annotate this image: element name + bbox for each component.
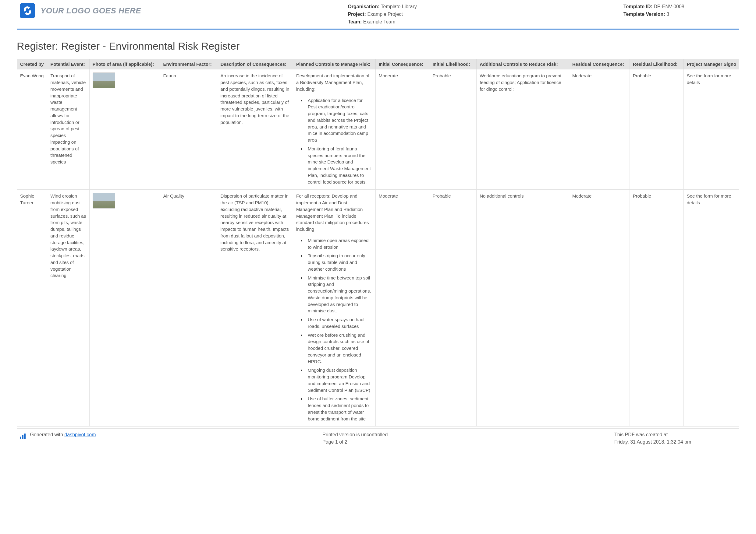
cell-residual-likelihood: Probable [630, 69, 684, 190]
cell-residual-likelihood: Probable [630, 190, 684, 426]
planned-list: Minimise open areas exposed to wind eros… [296, 236, 372, 422]
project-label: Project: [348, 12, 366, 17]
planned-list-item: Wet ore before crushing and design contr… [306, 331, 372, 365]
planned-list-item: Use of buffer zones, sediment fences and… [306, 394, 372, 422]
cell-residual-consequence: Moderate [569, 69, 630, 190]
template-version-label: Template Version: [623, 12, 665, 17]
col-initial-likelihood: Initial Likelihood: [429, 59, 476, 69]
col-initial-consequence: Initial Consequence: [375, 59, 429, 69]
logo-icon [20, 3, 35, 18]
col-description: Description of Consequences: [217, 59, 293, 69]
header-separator [17, 29, 739, 30]
photo-thumbnail [93, 72, 115, 88]
col-env-factor: Environmental Factor: [160, 59, 217, 69]
footer-right: This PDF was created at Friday, 31 Augus… [614, 431, 736, 446]
page-number: Page 1 of 2 [322, 438, 388, 446]
photo-thumbnail [93, 193, 115, 209]
meta-right: Template ID: DP-ENV-0008 Template Versio… [623, 3, 736, 18]
col-potential-event: Potential Event: [47, 59, 89, 69]
created-label: This PDF was created at [614, 431, 736, 438]
project-value: Example Project [367, 12, 403, 17]
team-value: Example Team [363, 19, 395, 24]
col-planned-controls: Planned Controls to Manage Risk: [293, 59, 375, 69]
logo-text: YOUR LOGO GOES HERE [40, 6, 141, 15]
col-created-by: Created by [17, 59, 47, 69]
planned-intro: For all receptors: Develop and implement… [296, 193, 372, 233]
cell-planned-controls: Development and implementation of a Biod… [293, 69, 375, 190]
cell-potential-event: Transport of materials, vehicle movement… [47, 69, 89, 190]
col-photo: Photo of area (if applicable): [89, 59, 160, 69]
created-value: Friday, 31 August 2018, 1:32:04 pm [614, 438, 736, 446]
template-version-value: 3 [666, 12, 669, 17]
cell-initial-consequence: Moderate [375, 69, 429, 190]
template-id-label: Template ID: [623, 4, 652, 9]
cell-signoff: See the form for more details [684, 69, 739, 190]
table-row: Evan WongTransport of materials, vehicle… [17, 69, 739, 190]
generated-prefix: Generated with [30, 432, 64, 437]
org-label: Organisation: [348, 4, 379, 9]
cell-planned-controls: For all receptors: Develop and implement… [293, 190, 375, 426]
cell-initial-consequence: Moderate [375, 190, 429, 426]
register-table: Created by Potential Event: Photo of are… [17, 59, 739, 426]
org-value: Template Library [381, 4, 417, 9]
planned-list-item: Use of water sprays on haul roads, unsea… [306, 316, 372, 330]
cell-residual-consequence: Moderate [569, 190, 630, 426]
table-header: Created by Potential Event: Photo of are… [17, 59, 739, 69]
col-residual-consequence: Residual Consequence: [569, 59, 630, 69]
cell-photo [89, 69, 160, 190]
col-additional-controls: Additional Controls to Reduce Risk: [476, 59, 569, 69]
page-title: Register: Register - Environmental Risk … [17, 40, 739, 52]
dashpivot-link[interactable]: dashpivot.com [64, 432, 96, 437]
cell-initial-likelihood: Probable [429, 190, 476, 426]
logo-block: YOUR LOGO GOES HERE [20, 3, 141, 18]
document-footer: Generated with dashpivot.com Printed ver… [17, 428, 739, 446]
cell-description: Dispersion of particulate matter in the … [217, 190, 293, 426]
planned-list: Application for a licence for Pest eradi… [296, 96, 372, 186]
cell-env-factor: Air Quality [160, 190, 217, 426]
cell-initial-likelihood: Probable [429, 69, 476, 190]
planned-list-item: Monitoring of feral fauna species number… [306, 145, 372, 186]
cell-env-factor: Fauna [160, 69, 217, 190]
template-id-value: DP-ENV-0008 [654, 4, 685, 9]
cell-additional-controls: Workforce education program to prevent f… [476, 69, 569, 190]
document-header: YOUR LOGO GOES HERE Organisation: Templa… [17, 3, 739, 29]
cell-additional-controls: No additional controls [476, 190, 569, 426]
team-label: Team: [348, 19, 362, 24]
planned-list-item: Minimise open areas exposed to wind eros… [306, 236, 372, 251]
planned-intro: Development and implementation of a Biod… [296, 72, 372, 92]
cell-created-by: Evan Wong [17, 69, 47, 190]
printed-notice: Printed version is uncontrolled [322, 431, 388, 438]
cell-potential-event: Wind erosion mobilising dust from expose… [47, 190, 89, 426]
planned-list-item: Application for a licence for Pest eradi… [306, 96, 372, 143]
table-row: Sophie TurnerWind erosion mobilising dus… [17, 190, 739, 426]
cell-created-by: Sophie Turner [17, 190, 47, 426]
col-pm-signoff: Project Manager Signo [684, 59, 739, 69]
col-residual-likelihood: Residual Likelihood: [630, 59, 684, 69]
footer-center: Printed version is uncontrolled Page 1 o… [322, 431, 388, 446]
planned-list-item: Topsoil striping to occur only during su… [306, 251, 372, 272]
bar-chart-icon [20, 432, 26, 439]
planned-list-item: Minimise time between top soil stripping… [306, 274, 372, 315]
cell-description: An increase in the incidence of pest spe… [217, 69, 293, 190]
meta-center: Organisation: Template Library Project: … [348, 3, 417, 26]
footer-left: Generated with dashpivot.com [20, 431, 96, 439]
cell-signoff: See the form for more details [684, 190, 739, 426]
planned-list-item: Ongoing dust deposition monitoring progr… [306, 366, 372, 394]
cell-photo [89, 190, 160, 426]
